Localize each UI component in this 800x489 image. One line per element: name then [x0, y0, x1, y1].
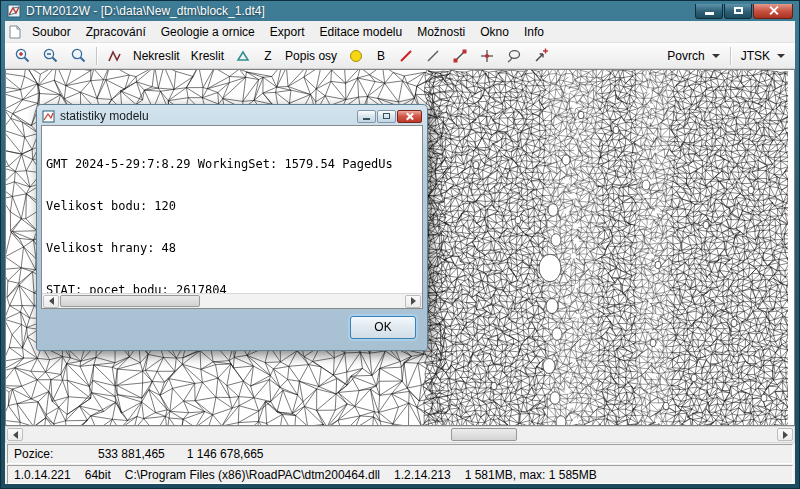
line-button[interactable]: [420, 45, 446, 66]
z-button[interactable]: Z: [257, 45, 279, 66]
arrow-plus-icon: [533, 48, 549, 64]
nekreslit-label: Nekreslit: [133, 49, 180, 63]
zoom-in-button[interactable]: [9, 45, 36, 66]
menu-editace-modelu[interactable]: Editace modelu: [312, 22, 409, 42]
minimize-icon: [363, 118, 370, 120]
popis-osy-label: Popis osy: [285, 49, 337, 63]
dll-version: 1.2.14.213: [394, 468, 451, 482]
arrow-right-icon: [411, 297, 416, 305]
dialog-minimize-button[interactable]: [357, 110, 376, 123]
red-line-icon: [398, 48, 414, 64]
memory-usage: 1 581MB, max: 1 585MB: [465, 468, 597, 482]
arrow-left-icon: [49, 297, 54, 305]
kreslit-button[interactable]: Kreslit: [186, 45, 229, 66]
zoom-window-icon: [70, 47, 87, 64]
b-button[interactable]: B: [370, 45, 392, 66]
close-button[interactable]: [753, 4, 793, 19]
jtsk-label: JTSK: [741, 49, 770, 63]
zoom-window-button[interactable]: [65, 45, 92, 66]
stat-line: GMT 2024-5-29:7:8.29 WorkingSet: 1579.54…: [46, 157, 422, 171]
zoom-out-button[interactable]: [37, 45, 64, 66]
stat-line: Velikost bodu: 120: [46, 199, 422, 213]
scrollbar-thumb[interactable]: [451, 428, 517, 441]
close-icon: [406, 113, 413, 120]
jtsk-combo[interactable]: JTSK: [735, 45, 791, 66]
minimize-button[interactable]: [695, 4, 723, 19]
kreslit-label: Kreslit: [191, 49, 224, 63]
menu-export[interactable]: Export: [263, 22, 312, 42]
status-bar-position: Pozice: 533 881,465 1 146 678,665: [7, 444, 793, 464]
app-version: 1.0.14.221: [14, 468, 71, 482]
window-content: Soubor Zpracování Geologie a ornice Expo…: [5, 21, 795, 484]
arrow-right-icon: [783, 431, 788, 439]
povrch-combo[interactable]: Povrch: [661, 45, 725, 66]
chevron-down-icon: [777, 54, 785, 58]
menu-soubor[interactable]: Soubor: [25, 22, 78, 42]
triangle-icon: [235, 48, 251, 64]
dialog-icon: [42, 110, 55, 123]
povrch-label: Povrch: [667, 49, 704, 63]
edge-nodes-icon: [452, 48, 468, 64]
edit-edge-button[interactable]: [447, 45, 473, 66]
scroll-left-button[interactable]: [7, 428, 23, 441]
maximize-icon: [383, 113, 390, 119]
crosshair-button[interactable]: [474, 45, 500, 66]
dialog-title-bar[interactable]: statistiky modelu: [41, 107, 423, 125]
minimize-icon: [705, 12, 714, 15]
window-title: DTM2012W - [D:\data\New_dtm\block_1.dt4]: [26, 4, 265, 18]
zoom-in-icon: [14, 47, 31, 64]
yellow-circle-icon: [348, 48, 364, 64]
scrollbar-thumb[interactable]: [60, 295, 200, 307]
dll-path: C:\Program Files (x86)\RoadPAC\dtm200464…: [125, 468, 380, 482]
nekreslit-button[interactable]: Nekreslit: [128, 45, 185, 66]
menu-moznosti[interactable]: Možnosti: [410, 22, 472, 42]
z-label: Z: [264, 49, 271, 63]
maximize-icon: [734, 7, 743, 14]
menu-info[interactable]: Info: [517, 22, 551, 42]
coordinate-x-value: 533 881,465: [98, 447, 165, 461]
mdi-document-icon: [9, 25, 21, 39]
status-bar-info: 1.0.14.221 64bit C:\Program Files (x86)\…: [7, 465, 793, 484]
triangle-mode-button[interactable]: [230, 45, 256, 66]
app-window: DTM2012W - [D:\data\New_dtm\block_1.dt4]…: [0, 0, 800, 489]
pozice-label: Pozice:: [14, 447, 76, 461]
lasso-button[interactable]: [501, 45, 527, 66]
dialog-close-button[interactable]: [397, 110, 422, 123]
scroll-left-button[interactable]: [43, 295, 59, 308]
dialog-maximize-button[interactable]: [377, 110, 396, 123]
point-marker-button[interactable]: [343, 45, 369, 66]
statistics-text-panel: GMT 2024-5-29:7:8.29 WorkingSet: 1579.54…: [41, 125, 423, 309]
close-icon: [769, 6, 778, 15]
canvas-horizontal-scrollbar[interactable]: [5, 426, 795, 443]
ok-button[interactable]: OK: [350, 316, 416, 339]
toolbar: Nekreslit Kreslit Z Popis osy: [5, 43, 795, 69]
popis-osy-button[interactable]: Popis osy: [280, 45, 342, 66]
architecture-label: 64bit: [85, 468, 111, 482]
title-bar[interactable]: DTM2012W - [D:\data\New_dtm\block_1.dt4]: [1, 1, 799, 21]
toolbar-separator: [730, 47, 731, 65]
scroll-right-button[interactable]: [777, 428, 793, 441]
maximize-button[interactable]: [724, 4, 752, 19]
dialog-title: statistiky modelu: [60, 109, 149, 123]
crosshair-icon: [479, 48, 495, 64]
undo-button[interactable]: [101, 45, 127, 66]
b-label: B: [377, 49, 385, 63]
menu-zpracovani[interactable]: Zpracování: [79, 22, 153, 42]
arrow-left-icon: [13, 431, 18, 439]
chevron-down-icon: [712, 54, 720, 58]
menu-okno[interactable]: Okno: [473, 22, 516, 42]
toolbar-separator: [96, 47, 97, 65]
add-point-button[interactable]: [528, 45, 554, 66]
stat-line: Velikost hrany: 48: [46, 241, 422, 255]
dialog-horizontal-scrollbar[interactable]: [42, 293, 422, 308]
menu-geologie-a-ornice[interactable]: Geologie a ornice: [154, 22, 262, 42]
zoom-out-icon: [42, 47, 59, 64]
dialog-footer: OK: [41, 309, 423, 345]
drawing-area: statistiky modelu GMT 2024-5-29:7:8.29 W…: [5, 69, 795, 426]
red-line-button[interactable]: [393, 45, 419, 66]
menu-bar: Soubor Zpracování Geologie a ornice Expo…: [5, 21, 795, 43]
statistics-dialog: statistiky modelu GMT 2024-5-29:7:8.29 W…: [36, 104, 428, 351]
lasso-icon: [506, 48, 522, 64]
coordinate-y-value: 1 146 678,665: [187, 447, 264, 461]
scroll-right-button[interactable]: [405, 295, 421, 308]
